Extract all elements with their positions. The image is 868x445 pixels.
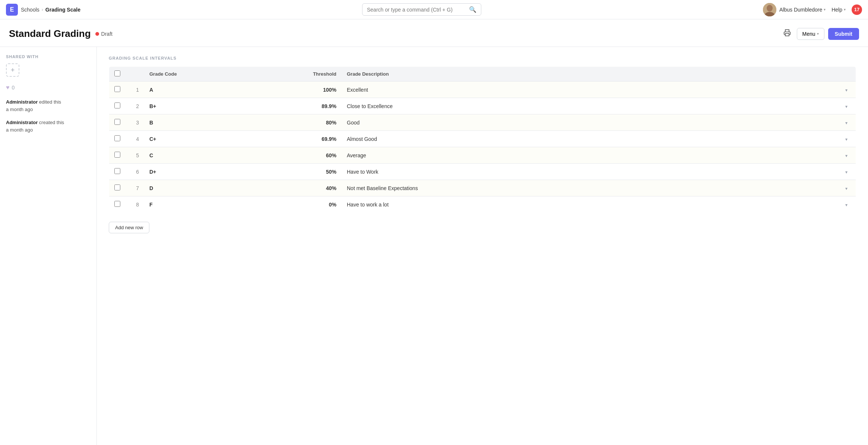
shared-with-label: SHARED WITH [6,54,91,59]
row-description: Not met Baseline Expectations [342,180,837,196]
breadcrumb-schools[interactable]: Schools [21,7,39,13]
row-dropdown-icon[interactable]: ▾ [845,153,848,158]
col-header-check [109,67,126,82]
row-checkbox[interactable] [114,102,120,108]
row-threshold: 80% [275,114,342,131]
row-dropdown-icon[interactable]: ▾ [845,120,848,126]
menu-button[interactable]: Menu ▾ [797,28,824,40]
table-row: 8 F 0% Have to work a lot ▾ [109,196,856,213]
table-row: 1 A 100% Excellent ▾ [109,82,856,98]
row-dropdown-icon[interactable]: ▾ [845,137,848,142]
row-description: Average [342,147,837,164]
svg-point-1 [767,5,773,12]
add-row-button[interactable]: Add new row [109,222,149,233]
header-actions: Menu ▾ Submit [781,27,859,41]
search-icon: 🔍 [469,6,476,13]
help-button[interactable]: Help ▾ [831,7,846,13]
col-header-description: Grade Description [342,67,837,82]
draft-badge: Draft [95,31,113,37]
row-checkbox-cell [109,114,126,131]
help-dropdown-icon: ▾ [844,7,846,12]
add-row-area: Add new row [109,217,856,233]
add-shared-button[interactable]: + [6,63,19,77]
search-input[interactable] [367,7,466,13]
submit-button[interactable]: Submit [828,28,859,40]
row-checkbox[interactable] [114,86,120,92]
sidebar: SHARED WITH + ♥ 0 Administrator edited t… [0,47,97,445]
breadcrumb-grading-scale[interactable]: Grading Scale [45,7,80,13]
row-number: 2 [126,98,144,114]
row-number: 6 [126,164,144,180]
svg-rect-3 [785,34,789,36]
row-threshold: 50% [275,164,342,180]
top-navigation: E Schools › Grading Scale 🔍 Albus Dumble… [0,0,868,19]
activity-item: Administrator created this a month ago [6,119,91,133]
row-action[interactable]: ▾ [837,82,856,98]
likes-section: ♥ 0 [6,84,91,91]
row-checkbox-cell [109,196,126,213]
table-row: 6 D+ 50% Have to Work ▾ [109,164,856,180]
row-action[interactable]: ▾ [837,196,856,213]
row-number: 7 [126,180,144,196]
user-name: Albus Dumbledore ▾ [779,7,826,13]
row-number: 8 [126,196,144,213]
app-icon[interactable]: E [6,4,18,16]
row-checkbox[interactable] [114,184,120,190]
row-threshold: 40% [275,180,342,196]
table-row: 5 C 60% Average ▾ [109,147,856,164]
select-all-checkbox[interactable] [114,70,120,76]
row-number: 4 [126,131,144,147]
row-grade-code: B+ [144,98,275,114]
row-checkbox[interactable] [114,168,120,174]
row-description: Have to work a lot [342,196,837,213]
main-content: GRADING SCALE INTERVALS Grade Code Thres… [97,47,868,445]
notifications-badge[interactable]: 17 [852,4,862,15]
row-action[interactable]: ▾ [837,180,856,196]
row-dropdown-icon[interactable]: ▾ [845,170,848,175]
draft-dot [95,32,99,36]
row-checkbox[interactable] [114,135,120,141]
col-header-grade-code: Grade Code [144,67,275,82]
row-checkbox-cell [109,82,126,98]
row-action[interactable]: ▾ [837,131,856,147]
nav-left: E Schools › Grading Scale [6,4,80,16]
row-threshold: 100% [275,82,342,98]
section-label: GRADING SCALE INTERVALS [109,56,856,60]
row-action[interactable]: ▾ [837,98,856,114]
breadcrumb-sep-1: › [42,7,43,12]
table-row: 4 C+ 69.9% Almost Good ▾ [109,131,856,147]
row-checkbox[interactable] [114,152,120,158]
row-checkbox-cell [109,180,126,196]
heart-icon: ♥ [6,84,10,91]
search-bar[interactable]: 🔍 [362,3,481,16]
row-checkbox[interactable] [114,119,120,125]
content-layout: SHARED WITH + ♥ 0 Administrator edited t… [0,47,868,445]
page-title: Standard Grading [9,28,91,40]
col-header-threshold: Threshold [275,67,342,82]
col-header-num [126,67,144,82]
row-action[interactable]: ▾ [837,164,856,180]
row-action[interactable]: ▾ [837,147,856,164]
row-dropdown-icon[interactable]: ▾ [845,186,848,191]
menu-dropdown-icon: ▾ [817,32,819,36]
nav-right: Albus Dumbledore ▾ Help ▾ 17 [763,3,862,16]
row-dropdown-icon[interactable]: ▾ [845,202,848,208]
row-number: 3 [126,114,144,131]
print-button[interactable] [781,27,793,41]
row-threshold: 0% [275,196,342,213]
row-checkbox-cell [109,147,126,164]
row-checkbox-cell [109,131,126,147]
row-checkbox-cell [109,164,126,180]
row-threshold: 60% [275,147,342,164]
row-dropdown-icon[interactable]: ▾ [845,88,848,93]
row-checkbox[interactable] [114,201,120,207]
activity-item: Administrator edited this a month ago [6,98,91,113]
user-menu[interactable]: Albus Dumbledore ▾ [763,3,826,16]
row-action[interactable]: ▾ [837,114,856,131]
activity-feed: Administrator edited this a month ago Ad… [6,98,91,133]
row-grade-code: C [144,147,275,164]
row-grade-code: B [144,114,275,131]
row-dropdown-icon[interactable]: ▾ [845,104,848,109]
row-description: Close to Excellence [342,98,837,114]
row-grade-code: C+ [144,131,275,147]
